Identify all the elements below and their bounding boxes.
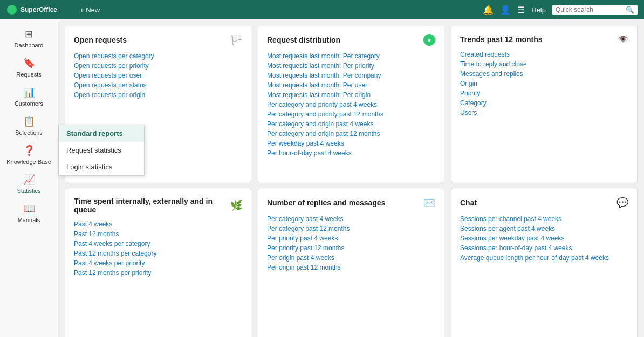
sidebar-label-customers: Customers	[15, 100, 43, 107]
link-nr-5[interactable]: Per origin past 12 months	[267, 264, 435, 271]
time-spent-icon: 🌿	[230, 200, 242, 211]
link-trends-2[interactable]: Messages and replies	[460, 70, 628, 78]
link-rd-10[interactable]: Per hour-of-day past 4 weeks	[267, 149, 435, 157]
link-trends-3[interactable]: Origin	[460, 80, 628, 87]
link-open-requests-status[interactable]: Open requests per status	[74, 81, 242, 89]
link-nr-2[interactable]: Per priority past 4 weeks	[267, 235, 435, 242]
sidebar-item-manuals[interactable]: 📖 Manuals	[0, 198, 58, 228]
link-rd-4[interactable]: Most requests last month: Per origin	[267, 91, 435, 99]
card-chat-links: Sessions per channel past 4 weeks Sessio…	[460, 215, 628, 262]
dashboard-icon: ⊞	[25, 28, 33, 40]
selections-icon: 📋	[23, 115, 35, 127]
link-rd-6[interactable]: Per category and priority past 12 months	[267, 111, 435, 118]
link-open-requests-user[interactable]: Open requests per user	[74, 72, 242, 79]
sidebar-item-knowledge-base[interactable]: ❓ Knowledge Base	[0, 140, 58, 169]
svg-point-0	[7, 5, 17, 15]
sidebar-label-requests: Requests	[16, 71, 41, 78]
link-chat-1[interactable]: Sessions per agent past 4 weeks	[460, 225, 628, 232]
new-button[interactable]: + New	[80, 6, 100, 14]
sidebar-label-dashboard: Dashboard	[15, 42, 44, 49]
request-distribution-icon: ●	[423, 34, 435, 46]
link-rd-1[interactable]: Most requests last month: Per priority	[267, 62, 435, 70]
link-rd-8[interactable]: Per category and origin past 12 months	[267, 130, 435, 137]
top-nav-left: SuperOffice + New	[6, 4, 100, 15]
dropdown-item-standard-reports[interactable]: Standard reports	[59, 125, 144, 142]
card-request-distribution-links: Most requests last month: Per category M…	[267, 52, 435, 157]
sidebar-item-customers[interactable]: 📊 Customers	[0, 82, 58, 111]
link-ts-2[interactable]: Past 4 weeks per category	[74, 240, 242, 247]
link-trends-1[interactable]: Time to reply and close	[460, 60, 628, 68]
knowledge-base-icon: ❓	[23, 145, 35, 156]
top-nav-right: 🔔 👤 ☰ Help 🔍	[483, 5, 638, 15]
link-chat-4[interactable]: Average queue length per hour-of-day pas…	[460, 254, 628, 262]
search-input[interactable]	[556, 6, 626, 13]
sidebar: ⊞ Dashboard 🔖 Requests 📊 Customers 📋 Sel…	[0, 19, 58, 337]
link-trends-0[interactable]: Created requests	[460, 51, 628, 58]
card-open-requests-title: Open requests	[74, 36, 127, 44]
link-open-requests-category[interactable]: Open requests per category	[74, 52, 242, 60]
card-time-spent-title: Time spent internally, externally and in…	[74, 197, 230, 214]
search-icon[interactable]: 🔍	[626, 6, 634, 14]
link-rd-9[interactable]: Per weekday past 4 weeks	[267, 140, 435, 147]
link-rd-2[interactable]: Most requests last month: Per company	[267, 72, 435, 79]
link-rd-7[interactable]: Per category and origin past 4 weeks	[267, 120, 435, 128]
link-ts-4[interactable]: Past 4 weeks per priority	[74, 259, 242, 267]
card-chat-header: Chat 💬	[460, 197, 628, 209]
link-ts-5[interactable]: Past 12 months per priority	[74, 269, 242, 277]
link-chat-3[interactable]: Sessions per hour-of-day past 4 weeks	[460, 244, 628, 252]
link-rd-0[interactable]: Most requests last month: Per category	[267, 52, 435, 60]
card-replies-title: Number of replies and messages	[267, 198, 385, 207]
card-trends-header: Trends past 12 months 👁️	[460, 34, 628, 44]
sidebar-item-selections[interactable]: 📋 Selections	[0, 111, 58, 140]
link-trends-4[interactable]: Priority	[460, 90, 628, 97]
main-content: Open requests 🏳️ Open requests per categ…	[58, 19, 644, 337]
link-nr-3[interactable]: Per priority past 12 months	[267, 244, 435, 252]
card-request-distribution-header: Request distribution ●	[267, 34, 435, 46]
link-ts-0[interactable]: Past 4 weeks	[74, 221, 242, 228]
bell-icon[interactable]: 🔔	[483, 5, 494, 15]
card-replies-header: Number of replies and messages ✉️	[267, 197, 435, 209]
card-trends: Trends past 12 months 👁️ Created request…	[451, 26, 638, 182]
link-chat-0[interactable]: Sessions per channel past 4 weeks	[460, 215, 628, 223]
link-nr-4[interactable]: Per origin past 4 weeks	[267, 254, 435, 262]
sidebar-label-statistics: Statistics	[17, 188, 40, 194]
chat-icon: 💬	[616, 197, 628, 209]
link-ts-1[interactable]: Past 12 months	[74, 230, 242, 238]
search-wrap: 🔍	[552, 5, 638, 15]
svg-text:SuperOffice: SuperOffice	[20, 6, 57, 13]
card-request-distribution-title: Request distribution	[267, 36, 340, 44]
card-open-requests-header: Open requests 🏳️	[74, 34, 242, 46]
sidebar-item-dashboard[interactable]: ⊞ Dashboard	[0, 24, 58, 53]
logo-svg: SuperOffice	[6, 4, 71, 15]
sidebar-item-statistics[interactable]: 📈 Statistics	[0, 169, 58, 198]
statistics-icon: 📈	[23, 174, 35, 185]
link-ts-3[interactable]: Past 12 months per category	[74, 250, 242, 257]
sidebar-item-requests[interactable]: 🔖 Requests	[0, 53, 58, 82]
link-chat-2[interactable]: Sessions per weekday past 4 weeks	[460, 235, 628, 242]
card-replies: Number of replies and messages ✉️ Per ca…	[258, 189, 444, 337]
link-open-requests-origin[interactable]: Open requests per origin	[74, 91, 242, 99]
avatar[interactable]: 👤	[500, 5, 511, 15]
link-rd-5[interactable]: Per category and priority past 4 weeks	[267, 101, 435, 108]
requests-icon: 🔖	[23, 57, 35, 69]
card-trends-links: Created requests Time to reply and close…	[460, 51, 628, 116]
top-navigation: SuperOffice + New 🔔 👤 ☰ Help 🔍	[0, 0, 644, 19]
sidebar-label-manuals: Manuals	[18, 217, 40, 223]
replies-icon: ✉️	[423, 197, 435, 209]
dropdown-item-login-statistics[interactable]: Login statistics	[59, 159, 144, 175]
sidebar-label-knowledge-base: Knowledge Base	[6, 159, 51, 165]
help-link[interactable]: Help	[531, 6, 546, 14]
link-nr-1[interactable]: Per category past 12 months	[267, 225, 435, 232]
open-requests-icon: 🏳️	[230, 34, 242, 46]
card-replies-links: Per category past 4 weeks Per category p…	[267, 215, 435, 271]
link-nr-0[interactable]: Per category past 4 weeks	[267, 215, 435, 223]
dropdown-item-request-statistics[interactable]: Request statistics	[59, 142, 144, 159]
card-chat: Chat 💬 Sessions per channel past 4 weeks…	[451, 189, 638, 337]
link-open-requests-priority[interactable]: Open requests per priority	[74, 62, 242, 70]
link-trends-6[interactable]: Users	[460, 109, 628, 116]
sidebar-label-selections: Selections	[15, 129, 43, 136]
link-rd-3[interactable]: Most requests last month: Per user	[267, 81, 435, 89]
menu-icon[interactable]: ☰	[517, 5, 525, 15]
link-trends-5[interactable]: Category	[460, 99, 628, 107]
main-layout: ⊞ Dashboard 🔖 Requests 📊 Customers 📋 Sel…	[0, 19, 644, 337]
